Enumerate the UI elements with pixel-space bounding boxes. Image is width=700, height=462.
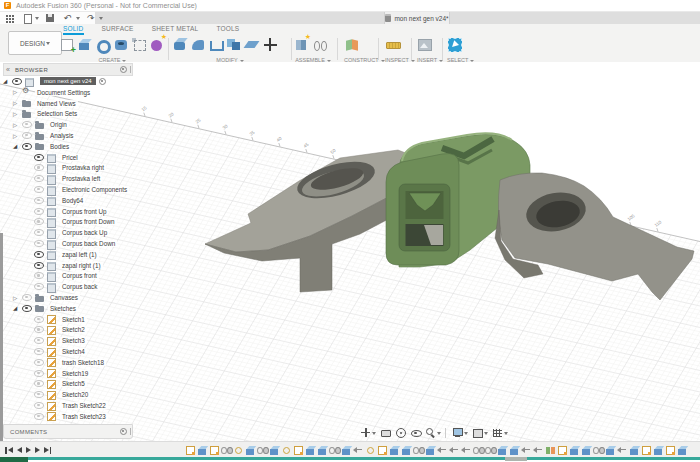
visibility-eye-icon[interactable] xyxy=(34,380,44,387)
insert-canvas-icon[interactable] xyxy=(417,36,434,53)
nav-tool[interactable] xyxy=(380,427,391,438)
visibility-eye-icon[interactable] xyxy=(34,402,44,409)
browser-tree-item[interactable]: Prostavka right xyxy=(3,163,129,174)
joint-icon[interactable] xyxy=(413,444,424,456)
extrude-icon[interactable] xyxy=(245,444,256,456)
offset-face-icon[interactable] xyxy=(244,36,261,53)
visibility-eye-icon[interactable] xyxy=(34,208,44,215)
visibility-eye-icon[interactable] xyxy=(34,186,44,193)
ribbon-tab[interactable]: SHEET METAL xyxy=(152,25,199,35)
browser-tree-item[interactable]: Sketch20 xyxy=(3,389,129,400)
extrude-icon[interactable] xyxy=(77,36,94,53)
browser-tree-item[interactable]: Sketch5 xyxy=(3,379,129,390)
form-icon[interactable] xyxy=(149,36,166,53)
visibility-eye-icon[interactable] xyxy=(34,175,44,182)
browser-tree-item[interactable]: Sketch2 xyxy=(3,325,129,336)
move-icon[interactable] xyxy=(617,444,628,456)
browser-tree-item[interactable]: Prostavka left xyxy=(3,173,129,184)
expand-arrow-icon[interactable] xyxy=(13,133,22,139)
visibility-eye-icon[interactable] xyxy=(22,294,32,301)
visibility-eye-icon[interactable] xyxy=(34,251,44,258)
visibility-eye-icon[interactable] xyxy=(34,283,44,290)
move-icon[interactable] xyxy=(521,444,532,456)
browser-tree-item[interactable]: Sketch4 xyxy=(3,346,129,357)
extrude-icon[interactable] xyxy=(269,444,280,456)
fillet-icon[interactable] xyxy=(190,36,207,53)
browser-tree-item[interactable]: Corpus back Down xyxy=(3,238,129,249)
form-icon[interactable] xyxy=(545,444,556,456)
extrude-icon[interactable] xyxy=(605,444,616,456)
visibility-eye-icon[interactable] xyxy=(34,370,44,377)
ribbon-tab[interactable]: TOOLS xyxy=(216,25,239,35)
ribbon-tab[interactable]: SOLID xyxy=(63,25,84,35)
move-icon[interactable] xyxy=(461,444,472,456)
browser-tree-item[interactable]: Canvases xyxy=(3,292,129,303)
expand-arrow-icon[interactable] xyxy=(13,122,22,128)
timeline-go-to-start-button[interactable] xyxy=(5,447,13,454)
visibility-eye-icon[interactable] xyxy=(22,305,32,312)
expand-arrow-icon[interactable] xyxy=(13,305,22,311)
visibility-eye-icon[interactable] xyxy=(34,359,44,366)
joint-icon[interactable] xyxy=(221,444,232,456)
sketch-icon[interactable] xyxy=(377,444,388,456)
browser-tree-item[interactable]: Corpus back Up xyxy=(3,227,129,238)
nav-tool[interactable] xyxy=(452,424,468,442)
visibility-eye-icon[interactable] xyxy=(34,197,44,204)
move-icon[interactable] xyxy=(353,444,364,456)
visibility-eye-icon[interactable] xyxy=(22,143,32,150)
workspace-selector-button[interactable]: DESIGN xyxy=(8,31,62,55)
extrude-icon[interactable] xyxy=(389,444,400,456)
browser-header[interactable]: « BROWSER xyxy=(3,63,133,76)
move-icon[interactable] xyxy=(437,444,448,456)
sketch-icon[interactable] xyxy=(641,444,652,456)
extrude-icon[interactable] xyxy=(197,444,208,456)
browser-tree-item[interactable]: Sketches xyxy=(3,303,129,314)
expand-arrow-icon[interactable] xyxy=(13,295,22,301)
joint-icon[interactable] xyxy=(312,36,329,53)
sketch-icon[interactable] xyxy=(557,444,568,456)
browser-tree-item[interactable]: Document Settings xyxy=(3,87,129,98)
dropdown-caret-icon[interactable] xyxy=(483,424,488,442)
select-icon[interactable] xyxy=(447,36,464,53)
collapse-panel-icon[interactable]: « xyxy=(6,65,10,74)
joint-icon[interactable] xyxy=(473,444,484,456)
expand-arrow-icon[interactable] xyxy=(13,89,22,95)
visibility-eye-icon[interactable] xyxy=(34,316,44,323)
extrude-icon[interactable] xyxy=(509,444,520,456)
visibility-eye-icon[interactable] xyxy=(12,78,22,85)
nav-tool[interactable] xyxy=(395,427,406,438)
browser-root-item[interactable]: mon next gen v24 xyxy=(3,76,109,86)
gear-icon[interactable] xyxy=(281,444,292,456)
visibility-eye-icon[interactable] xyxy=(34,413,44,420)
comments-bar[interactable]: COMMENTS xyxy=(3,424,133,439)
visibility-eye-icon[interactable] xyxy=(34,240,44,247)
create-sketch-icon[interactable] xyxy=(59,36,76,53)
joint-icon[interactable] xyxy=(593,444,604,456)
construction-plane-icon[interactable] xyxy=(344,36,361,53)
timeline-play-button[interactable] xyxy=(26,447,31,453)
extrude-icon[interactable] xyxy=(569,444,580,456)
visibility-eye-icon[interactable] xyxy=(34,229,44,236)
browser-tree-item[interactable]: Pricel xyxy=(3,152,129,163)
extrude-icon[interactable] xyxy=(677,444,688,456)
document-tab[interactable]: mon next gen v24* xyxy=(384,12,450,24)
expand-arrow-icon[interactable] xyxy=(13,111,22,117)
browser-tree-item[interactable]: Corpus back xyxy=(3,281,129,292)
sketch-icon[interactable] xyxy=(185,444,196,456)
browser-tree-item[interactable]: Body64 xyxy=(3,195,129,206)
visibility-eye-icon[interactable] xyxy=(34,164,44,171)
browser-tree-item[interactable]: Sketch19 xyxy=(3,368,129,379)
timeline-step-forward-button[interactable] xyxy=(35,447,40,453)
extrude-icon[interactable] xyxy=(341,444,352,456)
extrude-icon[interactable] xyxy=(401,444,412,456)
timeline-go-to-end-button[interactable] xyxy=(44,447,52,454)
ribbon-tab[interactable]: SURFACE xyxy=(102,25,134,35)
gear-icon[interactable] xyxy=(365,444,376,456)
visibility-eye-icon[interactable] xyxy=(34,272,44,279)
shell-icon[interactable] xyxy=(208,36,225,53)
joint-icon[interactable] xyxy=(329,444,340,456)
timeline-step-back-button[interactable] xyxy=(17,447,22,453)
browser-tree-item[interactable]: Sketch1 xyxy=(3,314,129,325)
extrude-icon[interactable] xyxy=(425,444,436,456)
visibility-eye-icon[interactable] xyxy=(34,337,44,344)
